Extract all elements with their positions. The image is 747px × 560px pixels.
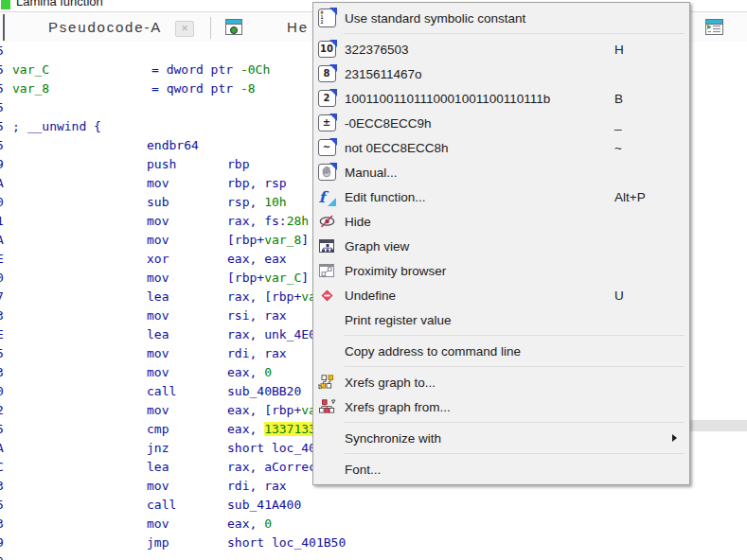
asm-token: 28h [287,214,309,228]
asm-mnemonic: jnz [147,439,169,458]
asm-operands: short loc_40 [227,439,316,458]
asm-definition-column: = qword ptr -8 [151,79,256,98]
menu-item-9[interactable]: Graph view [313,234,689,258]
graphview-icon [316,236,337,256]
asm-token: -0Ch [240,62,270,77]
menu-item-15[interactable]: Xrefs graph from... [313,394,689,419]
editfn-icon: f [316,186,337,207]
asm-operands: rax, aCorrec [227,458,316,477]
manual-icon [316,162,337,183]
asm-mnemonic: sub [147,193,169,212]
asm-token: short loc_401B50 [227,535,346,550]
asm-address-fragment: 0 [0,552,4,560]
bin-icon: 2 [316,88,337,109]
asm-address-fragment: 5 [0,344,4,363]
menu-item-label: not 0ECC8ECC8h [345,141,449,155]
menu-item-2[interactable]: 82315611467o [313,61,689,86]
asm-token: ; __unwind { [12,119,101,133]
oct-icon: 8 [316,63,337,84]
asm-mnemonic: mov [147,344,169,363]
menu-item-16[interactable]: Synchronize with [313,426,689,450]
asm-token: [rbp+ [227,233,264,247]
asm-line[interactable]: 3moveax, 0 [0,515,747,534]
asm-operands: [rbp+var_8] [227,231,309,250]
menu-item-10[interactable]: Proximity browser [313,258,689,283]
menu-item-13[interactable]: Copy address to command line [313,339,689,363]
asm-token: rax, [rbp+ [227,289,301,304]
asm-address-fragment: A [0,439,4,458]
ida-window: Lamina function Pseudocode-A ✕ He 55var_… [0,0,747,560]
asm-line[interactable]: 5callsub_41A400 [0,496,747,515]
tab-separator [210,17,211,39]
menu-item-3[interactable]: 210011001101110001001100110111bB [313,86,689,111]
asm-operands: rsp, 10h [227,193,287,212]
menu-item-label: -0ECC8ECC9h [345,116,432,131]
tab-left-tick [3,14,5,41]
list-window-icon[interactable] [705,19,723,35]
asm-token: var_C [264,271,301,285]
asm-token: rax, unk_4E0 [227,327,316,341]
asm-address-fragment: E [0,250,4,269]
asm-token: short loc_40 [227,441,316,455]
menu-item-label: Print register value [345,313,452,327]
menu-item-label: Font... [345,463,381,477]
asm-address-fragment: 5 [0,98,4,117]
menu-item-11[interactable]: UndefineU [313,283,689,307]
menu-item-5[interactable]: ~not 0ECC8ECC8h~ [313,135,689,160]
asm-token: ] [301,233,309,247]
asm-token: rdi, rax [227,346,287,360]
menu-item-label: Edit function... [345,190,426,204]
tab-pseudocode-a[interactable]: Pseudocode-A [48,12,162,43]
asm-line[interactable]: 0 ; [0,552,747,560]
asm-operands: rdi, rax [227,344,287,363]
menu-item-14[interactable]: Xrefs graph to... [313,370,689,394]
asm-address-fragment: 3 [0,306,4,325]
asm-operands: short loc_401B50 [227,534,346,552]
asm-mnemonic: mov [147,212,169,231]
menu-separator [345,366,685,367]
menu-item-shortcut: Alt+P [614,190,646,204]
menu-item-6[interactable]: Manual... [313,160,689,184]
asm-address-fragment: 5 [0,496,4,515]
menu-item-shortcut: ~ [614,141,622,155]
asm-token: ] [301,271,309,285]
asm-address-fragment: 3 [0,363,4,382]
asm-token: rbp [227,157,249,171]
asm-token: eax, [227,365,264,379]
asm-operands: rax, fs:28h [227,212,309,231]
menu-item-1[interactable]: 10322376503H [313,37,689,61]
tab-hex-view-truncated[interactable]: He [287,12,309,43]
asm-operands: eax, eax [227,250,287,269]
asm-operands: rbp [227,155,249,174]
menu-item-17[interactable]: Font... [313,457,689,481]
asm-address-fragment: 0 [0,382,4,401]
panel-caption-title: Lamina function [16,0,103,9]
menu-item-8[interactable]: Hide [313,209,689,234]
menu-item-label: Copy address to command line [345,344,521,359]
menu-item-7[interactable]: fEdit function...Alt+P [313,184,689,209]
asm-address-fragment: E [0,325,4,344]
asm-mnemonic: call [147,382,176,401]
asm-token: [rbp+ [227,271,264,285]
asm-address-fragment: 5 [0,42,4,61]
asm-operands: eax, [rbp+va [227,401,316,420]
asm-address-fragment: A [0,231,4,250]
tab-close-button[interactable]: ✕ [175,21,194,37]
menu-item-label: Hide [345,215,371,229]
asm-token: 0 [264,365,272,379]
asm-token: rsp, [227,195,264,209]
asm-mnemonic: mov [147,269,169,288]
asm-operands: rsi, rax [227,306,287,325]
asm-mnemonic: lea [147,458,169,477]
menu-item-12[interactable]: Print register value [313,307,689,332]
menu-item-4[interactable]: ±-0ECC8ECC9h_ [313,111,689,135]
asm-address-fragment: 9 [0,534,4,552]
menu-item-0[interactable]: 0 1 2Use standard symbolic constant [313,6,689,30]
asm-line[interactable]: 9jmpshort loc_401B50 [0,534,747,552]
asm-address-fragment: A [0,174,4,193]
asm-token: 0 [264,516,272,531]
asm-address-fragment: 0 [0,193,4,212]
ida-view-window-icon[interactable] [225,19,242,35]
asm-token: var_C [12,62,49,77]
asm-token: rdi, rax [227,479,287,493]
